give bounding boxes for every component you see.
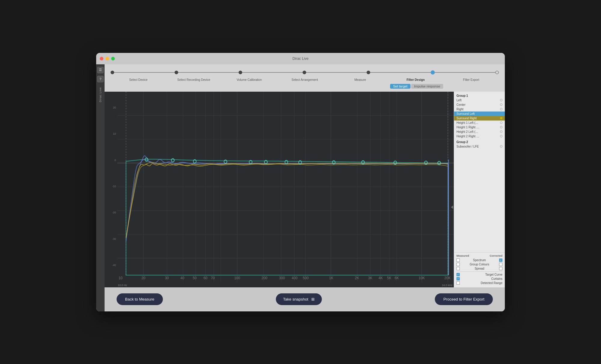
speaker-item-height1l[interactable]: Height 1 Left (… — [454, 121, 505, 125]
target-curve-label: Target Curve — [485, 273, 502, 276]
speaker-dot-height2l — [500, 130, 502, 133]
speaker-item-height2r[interactable]: Height 2 Right … — [454, 134, 505, 139]
right-panel: Group 1 Left Center Right — [454, 92, 505, 287]
option-target-curve-row: Target Curve — [456, 273, 502, 276]
y-label-n20: -20 — [105, 211, 117, 214]
option-curtains-row: Curtains — [456, 277, 502, 280]
target-curve-checkbox[interactable] — [456, 273, 460, 276]
speaker-item-surround-right[interactable]: Surround Right — [454, 116, 505, 121]
speaker-dot-height1r — [500, 126, 502, 128]
speaker-item-center[interactable]: Center — [454, 102, 505, 107]
y-label-n30: -30 — [105, 237, 117, 240]
speaker-label-height1l: Height 1 Left (… — [456, 121, 478, 124]
svg-text:10K: 10K — [419, 276, 425, 280]
snapshot-button[interactable]: Take snapshot ⊞ — [276, 293, 322, 305]
svg-text:20K: 20K — [444, 276, 451, 280]
measured-header: Measured — [456, 254, 469, 257]
svg-text:50: 50 — [193, 276, 197, 280]
corrected-header: Corrected — [490, 254, 502, 257]
freq-label-right: 24.0 kHz — [442, 284, 453, 287]
filter-tabs: Set target Impulse response — [390, 84, 443, 89]
detected-range-checkbox[interactable] — [456, 281, 460, 285]
svg-text:4K: 4K — [379, 276, 383, 280]
progress-area: Select Device Select Recording Device Vo… — [105, 64, 505, 92]
step-dot-2[interactable] — [175, 71, 178, 74]
step-label-2: Select Recording Device — [166, 78, 222, 81]
tab-set-target[interactable]: Set target — [390, 84, 410, 89]
speaker-item-left[interactable]: Left — [454, 98, 505, 102]
svg-text:60: 60 — [203, 276, 207, 280]
group-colours-label: Group Colours — [470, 263, 489, 266]
speaker-label-height2r: Height 2 Right … — [456, 135, 479, 138]
options-divider — [456, 271, 502, 272]
option-detected-range-row: Detected Range — [456, 281, 502, 285]
speaker-dot-subwoofer — [500, 145, 502, 148]
tab-impulse-response[interactable]: Impulse response — [411, 84, 443, 89]
options-panel: Measured Corrected Spectrum Group Colour… — [454, 252, 505, 287]
step-dot-5[interactable] — [367, 71, 370, 74]
traffic-lights — [100, 57, 115, 60]
y-label-n40: -40 — [105, 264, 117, 267]
chart-area: 20 10 0 -10 -20 -30 -40 — [105, 92, 505, 287]
menu-icon: ☰ — [99, 68, 102, 72]
speaker-label-right: Right — [456, 108, 463, 111]
spread-corrected-checkbox[interactable] — [499, 267, 502, 270]
group-colours-measured-checkbox[interactable] — [456, 263, 460, 266]
svg-text:5K: 5K — [387, 276, 392, 280]
step-dot-7[interactable] — [495, 71, 499, 74]
speaker-item-right[interactable]: Right — [454, 107, 505, 112]
spread-label: Spread — [474, 267, 484, 270]
speaker-item-subwoofer[interactable]: Subwoofer / LFE — [454, 144, 505, 149]
help-button[interactable]: ? — [97, 76, 104, 82]
speaker-label-left: Left — [456, 99, 462, 102]
step-dot-1[interactable] — [111, 71, 114, 74]
speaker-dot-left — [500, 99, 502, 101]
svg-text:30: 30 — [165, 276, 169, 280]
speaker-item-height2l[interactable]: Height 2 Left (… — [454, 130, 505, 134]
menu-button[interactable]: ☰ — [97, 67, 104, 73]
chart-container: 20 10 0 -10 -20 -30 -40 — [105, 92, 454, 287]
detected-range-label: Detected Range — [481, 281, 502, 285]
step-dot-6[interactable] — [431, 70, 435, 75]
minimize-button[interactable] — [105, 57, 109, 60]
speaker-label-surround-right: Surround Right — [456, 117, 477, 120]
main-content: Select Device Select Recording Device Vo… — [105, 64, 505, 311]
svg-text:3K: 3K — [368, 276, 373, 280]
step-label-7: Filter Export — [443, 78, 499, 81]
group1-header: Group 1 — [454, 92, 505, 98]
speaker-item-height1r[interactable]: Height 1 Right … — [454, 125, 505, 130]
y-label-20: 20 — [105, 106, 117, 109]
spectrum-measured-checkbox[interactable] — [456, 258, 460, 262]
snapshot-label: Take snapshot — [283, 297, 308, 301]
speaker-item-surround-left[interactable]: Surround Left — [454, 112, 505, 116]
speaker-dot-surround-left — [500, 112, 502, 115]
group-colours-corrected-checkbox[interactable] — [499, 263, 502, 266]
y-label-10: 10 — [105, 132, 117, 135]
curtains-label: Curtains — [491, 277, 502, 280]
close-button[interactable] — [100, 57, 103, 60]
freq-label-left: 10.0 Hz — [118, 284, 127, 287]
svg-text:100: 100 — [234, 276, 240, 280]
step-label-1: Select Device — [111, 78, 166, 81]
step-dot-4[interactable] — [303, 71, 306, 74]
help-icon: ? — [99, 77, 101, 81]
svg-text:20: 20 — [142, 276, 145, 280]
svg-text:10: 10 — [119, 276, 123, 280]
svg-text:6K: 6K — [395, 276, 399, 280]
option-spread-row: Spread — [456, 267, 502, 270]
maximize-button[interactable] — [111, 57, 115, 60]
speaker-label-center: Center — [456, 103, 465, 106]
spread-measured-checkbox[interactable] — [456, 267, 460, 270]
svg-text:300: 300 — [279, 276, 285, 280]
sidebar-strip: ☰ ? Dirac Live — [96, 64, 105, 311]
bottom-bar: Back to Measure Take snapshot ⊞ Proceed … — [105, 287, 505, 311]
back-button[interactable]: Back to Measure — [117, 293, 163, 305]
spectrum-corrected-checkbox[interactable] — [499, 258, 502, 262]
proceed-button[interactable]: Proceed to Filter Export — [435, 293, 493, 305]
curtains-checkbox[interactable] — [456, 277, 460, 280]
spectrum-label: Spectrum — [473, 258, 486, 262]
step-dot-3[interactable] — [239, 71, 242, 74]
svg-text:40: 40 — [180, 276, 184, 280]
svg-text:70: 70 — [211, 276, 215, 280]
speaker-label-height1r: Height 1 Right … — [456, 126, 479, 129]
